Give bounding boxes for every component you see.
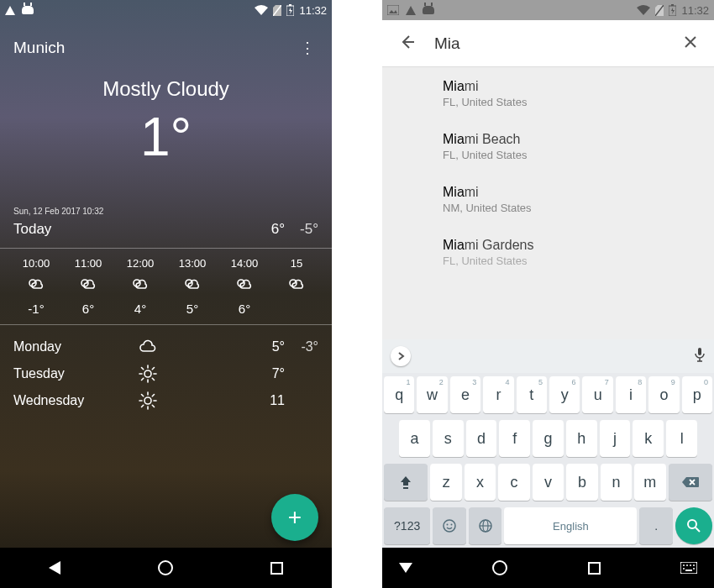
key-h[interactable]: h xyxy=(566,420,597,457)
svg-rect-41 xyxy=(680,562,697,574)
partly-cloudy-icon xyxy=(218,276,270,295)
image-icon xyxy=(387,5,399,15)
hour-cell: 12:00 4° xyxy=(114,257,166,316)
today-low: -5° xyxy=(300,221,318,238)
search-results: Miami FL, United StatesMiami Beach FL, U… xyxy=(382,67,714,339)
key-search[interactable] xyxy=(675,507,712,544)
android-icon xyxy=(22,6,34,14)
day-high: 5° xyxy=(251,339,285,354)
search-result[interactable]: Miami Gardens FL, United States xyxy=(382,226,714,269)
svg-point-33 xyxy=(444,520,455,532)
result-sub: FL, United States xyxy=(443,96,701,108)
key-c[interactable]: c xyxy=(498,464,529,501)
key-period[interactable]: . xyxy=(639,507,673,544)
key-y[interactable]: y6 xyxy=(549,376,580,413)
key-p[interactable]: p0 xyxy=(682,376,712,413)
key-b[interactable]: b xyxy=(566,464,597,501)
key-a[interactable]: a xyxy=(399,420,430,457)
search-screen: 11:32 Mia Miami FL, United StatesMiami B… xyxy=(382,0,714,588)
svg-point-43 xyxy=(686,564,688,566)
no-sim-icon xyxy=(655,5,664,16)
nav-recents-button[interactable] xyxy=(588,562,601,575)
key-j[interactable]: j xyxy=(600,420,631,457)
status-clock: 11:32 xyxy=(681,4,709,17)
key-language[interactable] xyxy=(469,507,502,544)
search-result[interactable]: Miami FL, United States xyxy=(382,67,714,120)
svg-line-15 xyxy=(152,378,154,380)
svg-point-39 xyxy=(688,520,696,528)
today-label: Today xyxy=(13,221,51,238)
hourly-forecast[interactable]: 10:00 -1°11:00 6°12:00 4°13:00 5°14:00 6… xyxy=(0,249,332,325)
key-d[interactable]: d xyxy=(466,420,497,457)
key-t[interactable]: t5 xyxy=(517,376,547,413)
key-shift[interactable] xyxy=(384,464,428,501)
svg-line-25 xyxy=(142,405,144,407)
key-switch-symbols[interactable]: ?123 xyxy=(384,507,430,544)
svg-point-9 xyxy=(144,370,151,377)
key-f[interactable]: f xyxy=(499,420,530,457)
hour-temp: 4° xyxy=(114,302,166,316)
svg-point-45 xyxy=(693,564,695,566)
battery-charging-icon xyxy=(286,4,294,16)
search-result[interactable]: Miami NM, United States xyxy=(382,173,714,226)
key-i[interactable]: i8 xyxy=(616,376,646,413)
key-w[interactable]: w2 xyxy=(417,376,447,413)
key-e[interactable]: e3 xyxy=(450,376,480,413)
key-backspace[interactable] xyxy=(669,464,712,501)
nav-home-button[interactable] xyxy=(492,560,507,575)
key-v[interactable]: v xyxy=(533,464,564,501)
keyboard-switch-icon[interactable] xyxy=(680,562,697,574)
key-u[interactable]: u7 xyxy=(582,376,612,413)
nav-bar xyxy=(382,548,714,588)
svg-point-34 xyxy=(447,524,449,526)
key-space[interactable]: English xyxy=(504,507,637,544)
result-sub: FL, United States xyxy=(443,149,701,161)
key-z[interactable]: z xyxy=(430,464,461,501)
result-sub: NM, United States xyxy=(443,202,701,214)
key-n[interactable]: n xyxy=(601,464,632,501)
key-k[interactable]: k xyxy=(633,420,664,457)
cloud-icon xyxy=(123,337,173,357)
nav-back-button[interactable] xyxy=(49,561,60,575)
result-name: Miami Beach xyxy=(443,132,701,147)
key-q[interactable]: q1 xyxy=(384,376,414,413)
condition-label: Mostly Cloudy xyxy=(0,77,332,101)
search-result[interactable]: Miami Beach FL, United States xyxy=(382,120,714,173)
clear-button[interactable] xyxy=(677,29,704,59)
nav-home-button[interactable] xyxy=(158,560,173,575)
today-high: 6° xyxy=(271,221,285,238)
result-name: Miami xyxy=(443,79,701,94)
suggestion-strip xyxy=(382,339,714,373)
svg-point-47 xyxy=(693,568,695,570)
add-location-fab[interactable]: + xyxy=(271,494,318,541)
hour-temp: 5° xyxy=(166,302,218,316)
key-r[interactable]: r4 xyxy=(483,376,513,413)
hour-time: 15 xyxy=(270,257,323,270)
key-o[interactable]: o9 xyxy=(648,376,679,413)
nav-recents-button[interactable] xyxy=(270,562,283,575)
key-m[interactable]: m xyxy=(634,464,665,501)
wifi-icon xyxy=(255,5,268,15)
key-x[interactable]: x xyxy=(465,464,496,501)
overflow-menu-button[interactable]: ⋮ xyxy=(297,35,318,60)
daily-row: Wednesday 11 xyxy=(13,387,318,414)
search-input[interactable]: Mia xyxy=(423,34,677,53)
current-weather: Mostly Cloudy 1° xyxy=(0,69,332,202)
hour-time: 14:00 xyxy=(218,257,270,270)
svg-rect-31 xyxy=(698,348,701,355)
back-button[interactable] xyxy=(392,27,423,60)
warning-icon xyxy=(406,6,416,15)
key-emoji[interactable] xyxy=(433,507,466,544)
svg-line-24 xyxy=(152,405,154,407)
hour-time: 12:00 xyxy=(114,257,166,270)
status-bar: 11:32 xyxy=(382,0,714,20)
day-name: Tuesday xyxy=(13,366,123,381)
key-g[interactable]: g xyxy=(533,420,564,457)
nav-back-button[interactable] xyxy=(399,563,412,573)
nav-bar xyxy=(0,548,332,588)
key-l[interactable]: l xyxy=(666,420,697,457)
voice-input-button[interactable] xyxy=(694,347,706,365)
expand-suggestions-button[interactable] xyxy=(391,346,411,366)
hour-time: 11:00 xyxy=(62,257,114,270)
key-s[interactable]: s xyxy=(433,420,464,457)
